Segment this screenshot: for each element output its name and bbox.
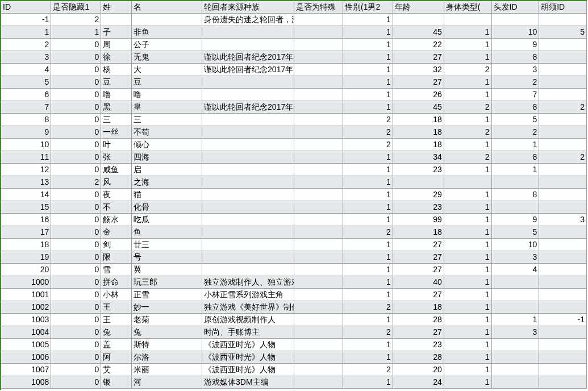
cell[interactable]: 2 [51, 14, 101, 26]
cell[interactable]: 0 [51, 251, 101, 264]
cell[interactable]: 1 [491, 164, 539, 176]
cell[interactable]: 1 [343, 201, 393, 214]
cell[interactable]: 吃瓜 [131, 214, 202, 226]
cell[interactable] [491, 276, 539, 289]
cell[interactable] [294, 101, 343, 114]
cell[interactable]: 14 [1, 189, 51, 201]
cell[interactable]: 1000 [1, 276, 51, 289]
column-header[interactable]: 姓 [101, 1, 131, 14]
cell[interactable]: 27 [393, 251, 444, 264]
cell[interactable]: 三 [131, 114, 202, 126]
cell[interactable]: 1001 [1, 289, 51, 301]
column-header[interactable]: 身体类型( [444, 1, 491, 14]
cell[interactable]: 豆 [101, 76, 131, 89]
cell[interactable] [202, 114, 294, 126]
cell[interactable]: 20 [1, 264, 51, 276]
table-row[interactable]: 60噜噜12617 [1, 89, 587, 101]
cell[interactable]: 1 [444, 39, 491, 51]
cell[interactable]: 0 [51, 164, 101, 176]
cell[interactable] [491, 351, 539, 364]
cell[interactable]: 觞水 [101, 214, 131, 226]
cell[interactable] [294, 351, 343, 364]
cell[interactable]: 1 [444, 301, 491, 314]
table-row[interactable]: 10040兔兔时尚、手账博主22713 [1, 326, 587, 339]
cell[interactable] [294, 176, 343, 189]
cell[interactable] [202, 201, 294, 214]
cell[interactable]: 99 [393, 214, 444, 226]
cell[interactable]: 2 [491, 126, 539, 139]
cell[interactable]: 11 [1, 151, 51, 164]
cell[interactable]: 0 [51, 64, 101, 76]
cell[interactable] [294, 201, 343, 214]
cell[interactable]: -1 [539, 314, 587, 326]
cell[interactable]: 1 [444, 351, 491, 364]
cell[interactable]: 1 [343, 89, 393, 101]
cell[interactable]: 7 [1, 101, 51, 114]
column-header[interactable]: ID [1, 1, 51, 14]
cell[interactable]: 0 [51, 89, 101, 101]
cell[interactable]: 1 [343, 64, 393, 76]
cell[interactable] [539, 164, 587, 176]
cell[interactable]: 1 [343, 251, 393, 264]
column-header[interactable]: 年龄 [393, 1, 444, 14]
cell[interactable]: 米丽 [131, 364, 202, 376]
cell[interactable]: 艾 [101, 364, 131, 376]
cell[interactable]: 0 [51, 239, 101, 251]
cell[interactable]: 27 [393, 326, 444, 339]
cell[interactable]: 0 [51, 264, 101, 276]
cell[interactable] [294, 364, 343, 376]
cell[interactable]: 2 [539, 101, 587, 114]
cell[interactable]: 王 [101, 314, 131, 326]
cell[interactable]: 1 [343, 314, 393, 326]
cell[interactable] [294, 126, 343, 139]
cell[interactable] [539, 239, 587, 251]
cell[interactable] [539, 126, 587, 139]
cell[interactable]: 1 [444, 251, 491, 264]
cell[interactable]: 1 [343, 164, 393, 176]
cell[interactable]: 18 [1, 239, 51, 251]
cell[interactable]: 28 [393, 351, 444, 364]
cell[interactable]: 一丝 [101, 126, 131, 139]
cell[interactable]: 1 [343, 214, 393, 226]
cell[interactable] [539, 226, 587, 239]
cell[interactable] [294, 339, 343, 351]
cell[interactable] [491, 176, 539, 189]
cell[interactable]: 谨以此轮回者纪念2017年的春天 [202, 64, 294, 76]
cell[interactable]: 1 [343, 351, 393, 364]
cell[interactable]: 0 [51, 364, 101, 376]
cell[interactable]: 原创游戏视频制作人 [202, 314, 294, 326]
cell[interactable] [202, 226, 294, 239]
cell[interactable]: 0 [51, 289, 101, 301]
cell[interactable]: 1 [343, 14, 393, 26]
cell[interactable]: 23 [393, 339, 444, 351]
cell[interactable]: 3 [1, 51, 51, 64]
cell[interactable]: 1008 [1, 376, 51, 389]
cell[interactable]: 8 [491, 189, 539, 201]
cell[interactable]: 10 [491, 239, 539, 251]
cell[interactable]: 拼命 [101, 276, 131, 289]
cell[interactable]: 6 [1, 89, 51, 101]
cell[interactable]: 1 [343, 289, 393, 301]
cell[interactable] [294, 326, 343, 339]
cell[interactable]: 5 [539, 26, 587, 39]
data-grid[interactable]: ID是否隐藏1姓名轮回者来源种族是否为特殊性别(1男2年龄身体类型(头发ID胡须… [0, 0, 587, 390]
cell[interactable] [491, 339, 539, 351]
cell[interactable]: 1 [444, 76, 491, 89]
cell[interactable]: 四海 [131, 151, 202, 164]
cell[interactable] [539, 276, 587, 289]
cell[interactable]: 3 [491, 326, 539, 339]
cell[interactable] [294, 276, 343, 289]
table-row[interactable]: 30徐无鬼谨以此轮回者纪念2017年的春天12718 [1, 51, 587, 64]
cell[interactable]: 2 [491, 76, 539, 89]
cell[interactable] [294, 189, 343, 201]
cell[interactable]: 化骨 [131, 201, 202, 214]
cell[interactable]: 张 [101, 151, 131, 164]
cell[interactable]: 2 [444, 126, 491, 139]
cell[interactable] [294, 26, 343, 39]
cell[interactable]: 游戏媒体3DM主编 [202, 376, 294, 389]
cell[interactable]: 3 [491, 64, 539, 76]
cell[interactable]: -1 [1, 14, 51, 26]
cell[interactable]: 雪 [101, 264, 131, 276]
cell[interactable] [294, 251, 343, 264]
cell[interactable]: 0 [51, 126, 101, 139]
